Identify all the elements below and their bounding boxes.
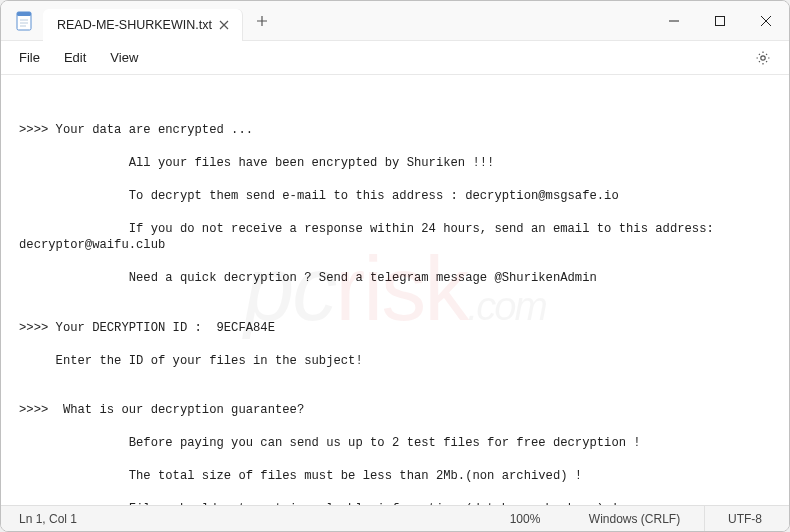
menubar: File Edit View: [1, 41, 789, 75]
settings-button[interactable]: [749, 44, 777, 72]
menu-file[interactable]: File: [7, 46, 52, 69]
menu-edit[interactable]: Edit: [52, 46, 98, 69]
tab-close-button[interactable]: [214, 15, 234, 35]
text-line: To decrypt them send e-mail to this addr…: [19, 189, 619, 203]
notepad-icon: [15, 12, 33, 30]
menu-view[interactable]: View: [98, 46, 150, 69]
zoom-level[interactable]: 100%: [485, 506, 565, 531]
svg-rect-1: [17, 12, 31, 16]
encoding[interactable]: UTF-8: [705, 506, 785, 531]
text-line: >>>> Your data are encrypted ...: [19, 123, 253, 137]
cursor-position[interactable]: Ln 1, Col 1: [5, 506, 485, 531]
text-line: >>>> What is our decryption guarantee?: [19, 403, 304, 417]
watermark: pcrisk.com: [244, 229, 546, 351]
text-line: All your files have been encrypted by Sh…: [19, 156, 494, 170]
titlebar: READ-ME-SHURKEWIN.txt: [1, 1, 789, 41]
text-line: If you do not receive a response within …: [19, 222, 714, 236]
line-ending[interactable]: Windows (CRLF): [565, 506, 705, 531]
document-tab[interactable]: READ-ME-SHURKEWIN.txt: [43, 9, 243, 41]
text-line: The total size of files must be less tha…: [19, 469, 582, 483]
svg-rect-5: [716, 16, 725, 25]
text-editor-area[interactable]: pcrisk.com >>>> Your data are encrypted …: [1, 75, 789, 505]
maximize-button[interactable]: [697, 1, 743, 40]
statusbar: Ln 1, Col 1 100% Windows (CRLF) UTF-8: [1, 505, 789, 531]
minimize-button[interactable]: [651, 1, 697, 40]
window-controls: [651, 1, 789, 40]
new-tab-button[interactable]: [247, 6, 277, 36]
close-button[interactable]: [743, 1, 789, 40]
text-line: decryptor@waifu.club: [19, 238, 165, 252]
tab-label: READ-ME-SHURKEWIN.txt: [57, 18, 214, 32]
notepad-window: READ-ME-SHURKEWIN.txt File Edit View: [0, 0, 790, 532]
text-line: Before paying you can send us up to 2 te…: [19, 436, 641, 450]
text-line: Need a quick decryption ? Send a telegra…: [19, 271, 597, 285]
text-line: Files should not contain valuable inform…: [19, 502, 619, 505]
text-line: Enter the ID of your files in the subjec…: [19, 354, 363, 368]
text-line: >>>> Your DECRYPTION ID : 9ECFA84E: [19, 321, 275, 335]
